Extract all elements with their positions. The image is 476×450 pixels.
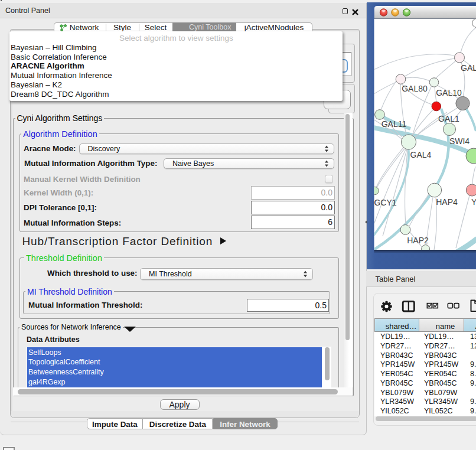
- svg-text:GAL4: GAL4: [410, 150, 432, 159]
- svg-text:GAL: GAL: [461, 63, 476, 73]
- svg-text:GAL1: GAL1: [438, 114, 459, 123]
- svg-text:GAL80: GAL80: [402, 84, 428, 93]
- svg-text:HAP2: HAP2: [407, 236, 429, 245]
- svg-text:GAL11: GAL11: [382, 119, 407, 129]
- svg-text:GCY1: GCY1: [374, 198, 396, 207]
- svg-text:HAP4: HAP4: [436, 197, 458, 207]
- svg-text:GAL10: GAL10: [436, 88, 462, 97]
- svg-text:Y: Y: [471, 197, 476, 207]
- svg-text:SWI4: SWI4: [449, 136, 470, 146]
